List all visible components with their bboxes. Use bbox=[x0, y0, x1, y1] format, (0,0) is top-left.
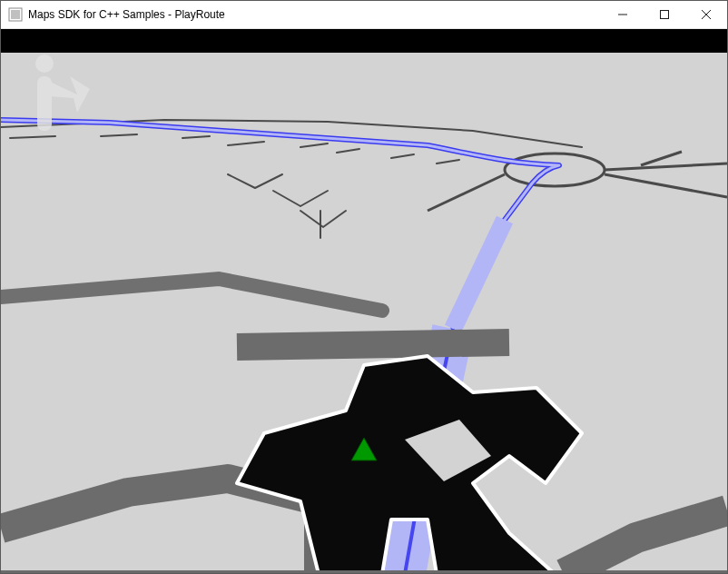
map-canvas bbox=[1, 29, 727, 573]
svg-rect-3 bbox=[661, 11, 669, 19]
map-viewport[interactable] bbox=[1, 29, 727, 573]
titlebar[interactable]: Maps SDK for C++ Samples - PlayRoute bbox=[1, 1, 727, 29]
svg-point-9 bbox=[35, 54, 54, 73]
svg-rect-1 bbox=[11, 10, 20, 19]
svg-rect-8 bbox=[37, 76, 52, 131]
window-title: Maps SDK for C++ Samples - PlayRoute bbox=[28, 8, 602, 21]
close-button[interactable] bbox=[685, 1, 727, 28]
application-window: Maps SDK for C++ Samples - PlayRoute bbox=[0, 0, 728, 574]
maximize-button[interactable] bbox=[644, 1, 685, 28]
svg-point-6 bbox=[505, 153, 605, 186]
turn-indicator-icon bbox=[6, 49, 97, 140]
svg-rect-7 bbox=[1, 570, 727, 573]
minimize-button[interactable] bbox=[602, 1, 644, 28]
window-controls bbox=[602, 1, 727, 28]
app-icon bbox=[8, 7, 23, 22]
